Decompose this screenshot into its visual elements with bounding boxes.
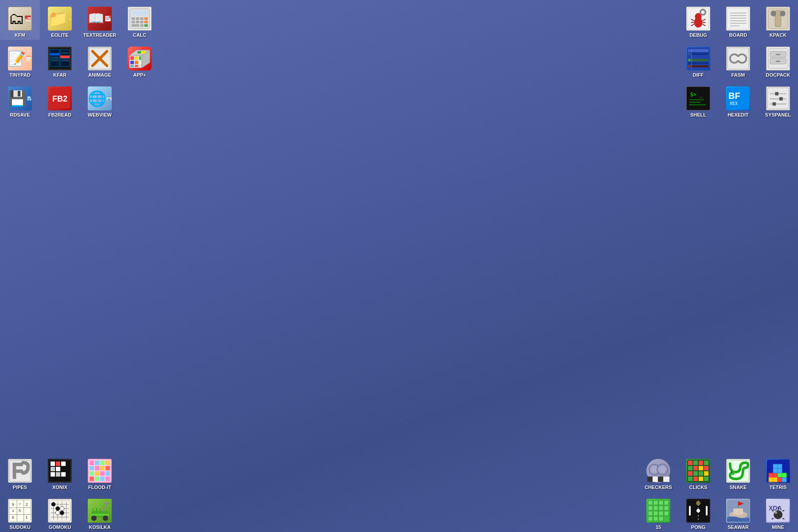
- app-icon-appplus[interactable]: APP+: [120, 40, 160, 80]
- app-icon-kpack[interactable]: KPACK: [758, 0, 798, 40]
- app-icon-pong[interactable]: PONG: [678, 492, 718, 532]
- svg-rect-247: [648, 506, 653, 510]
- svg-rect-237: [782, 477, 786, 482]
- svg-text:XDA: XDA: [769, 505, 782, 512]
- svg-rect-146: [51, 472, 55, 477]
- svg-rect-15: [27, 97, 30, 98]
- svg-rect-68: [135, 56, 138, 60]
- app-icon-seawar[interactable]: SEAWAR: [718, 492, 758, 532]
- svg-rect-155: [95, 466, 99, 470]
- app-icon-checkers[interactable]: CHECKERS: [638, 452, 678, 492]
- svg-rect-162: [90, 477, 94, 481]
- app-icon-pipes[interactable]: PIPES: [0, 452, 40, 492]
- svg-rect-21: [69, 19, 71, 20]
- svg-rect-123: [775, 11, 781, 27]
- svg-rect-60: [136, 21, 139, 23]
- svg-rect-219: [693, 471, 698, 476]
- svg-rect-239: [773, 469, 778, 473]
- svg-rect-151: [95, 461, 99, 465]
- svg-rect-154: [90, 466, 94, 470]
- svg-rect-16: [28, 97, 29, 98]
- svg-point-52: [110, 98, 111, 98]
- svg-rect-148: [61, 472, 66, 477]
- app-icon-kfm[interactable]: KFM: [0, 0, 40, 40]
- app-icon-textreader[interactable]: TEXTREADER: [80, 0, 120, 40]
- svg-rect-57: [140, 17, 144, 20]
- svg-rect-127: [776, 54, 780, 55]
- svg-point-227: [731, 471, 735, 475]
- svg-rect-142: [56, 462, 60, 466]
- app-icon-tinypad[interactable]: TINYPAD: [0, 40, 40, 80]
- svg-rect-165: [106, 477, 110, 481]
- app-icon-gomoku[interactable]: GOMOKU: [40, 492, 80, 532]
- svg-rect-72: [139, 61, 141, 64]
- svg-text:FB2: FB2: [52, 94, 67, 103]
- app-icon-xonix[interactable]: XONIX: [40, 452, 80, 492]
- app-icon-clicks[interactable]: CLICKS: [678, 452, 718, 492]
- app-icon-sudoku[interactable]: 9 7 2 4 5 6 1 SUDOKU: [0, 492, 40, 532]
- app-icon-kosilka[interactable]: KOSILKA: [80, 492, 120, 532]
- svg-rect-133: [779, 97, 783, 101]
- svg-rect-221: [704, 471, 708, 476]
- app-icon-animage[interactable]: ANIMAGE: [80, 40, 120, 80]
- svg-rect-206: [653, 477, 658, 482]
- svg-rect-103: [688, 88, 709, 109]
- svg-text:1: 1: [26, 515, 28, 520]
- svg-rect-163: [95, 477, 99, 481]
- svg-point-263: [696, 501, 700, 505]
- svg-rect-100: [688, 65, 708, 67]
- app-icon-eolite[interactable]: EOLITE: [40, 0, 80, 40]
- svg-rect-214: [688, 466, 692, 470]
- app-icon-kfar[interactable]: KFAR: [40, 40, 80, 80]
- svg-rect-73: [130, 65, 134, 67]
- app-icon-docpack[interactable]: DOCPACK: [758, 40, 798, 80]
- app-icon-shell[interactable]: $> _ SHELL: [678, 80, 718, 120]
- svg-rect-231: [773, 473, 778, 477]
- svg-rect-160: [100, 471, 105, 476]
- svg-rect-255: [648, 516, 653, 521]
- app-icon-calc[interactable]: CALC: [120, 0, 160, 40]
- svg-rect-24: [50, 50, 59, 67]
- svg-text:$> _: $> _: [690, 91, 703, 98]
- svg-point-193: [91, 516, 97, 521]
- svg-rect-266: [733, 509, 743, 515]
- svg-rect-93: [688, 49, 708, 52]
- svg-rect-4: [25, 19, 31, 20]
- svg-rect-197: [90, 514, 109, 516]
- svg-rect-2: [25, 17, 27, 19]
- app-icon-fb2read[interactable]: FB2 FB2READ: [40, 80, 80, 120]
- svg-rect-153: [106, 461, 110, 465]
- svg-point-228: [731, 471, 732, 473]
- svg-rect-55: [132, 17, 135, 20]
- svg-rect-232: [778, 473, 782, 477]
- app-icon-floodit[interactable]: FLOOD-IT: [80, 452, 120, 492]
- svg-rect-250: [664, 506, 669, 510]
- app-icon-fasm[interactable]: FASM: [718, 40, 758, 80]
- svg-rect-27: [60, 55, 70, 58]
- app-icon-board[interactable]: BOARD: [718, 0, 758, 40]
- svg-text:4: 4: [12, 508, 15, 513]
- svg-rect-26: [50, 53, 59, 55]
- svg-rect-222: [688, 477, 692, 481]
- svg-text:2: 2: [26, 502, 28, 507]
- app-icon-hexedit[interactable]: BF HEX HEXEDIT: [718, 80, 758, 120]
- app-icon-webview[interactable]: WEBVIEW: [80, 80, 120, 120]
- svg-text:7: 7: [19, 502, 21, 507]
- app-icon-mine[interactable]: XDA MINE: [758, 492, 798, 532]
- svg-rect-215: [693, 466, 698, 470]
- app-icon-snake[interactable]: SNAKE: [718, 452, 758, 492]
- svg-rect-211: [693, 461, 698, 465]
- svg-rect-156: [100, 466, 105, 470]
- svg-rect-67: [130, 56, 134, 60]
- svg-rect-244: [653, 501, 658, 505]
- svg-text:6: 6: [12, 515, 14, 520]
- app-icon-diff[interactable]: DIFF: [678, 40, 718, 80]
- app-icon-rdsave[interactable]: RDSAVE: [0, 80, 40, 120]
- app-icon-15[interactable]: 15: [638, 492, 678, 532]
- svg-rect-1: [25, 16, 31, 17]
- svg-rect-260: [706, 506, 708, 516]
- app-icon-syspanel[interactable]: SYSPANEL: [758, 80, 798, 120]
- app-icon-tetris[interactable]: TETRIS: [758, 452, 798, 492]
- app-icon-debug[interactable]: DEBUG: [678, 0, 718, 40]
- svg-rect-152: [100, 461, 105, 465]
